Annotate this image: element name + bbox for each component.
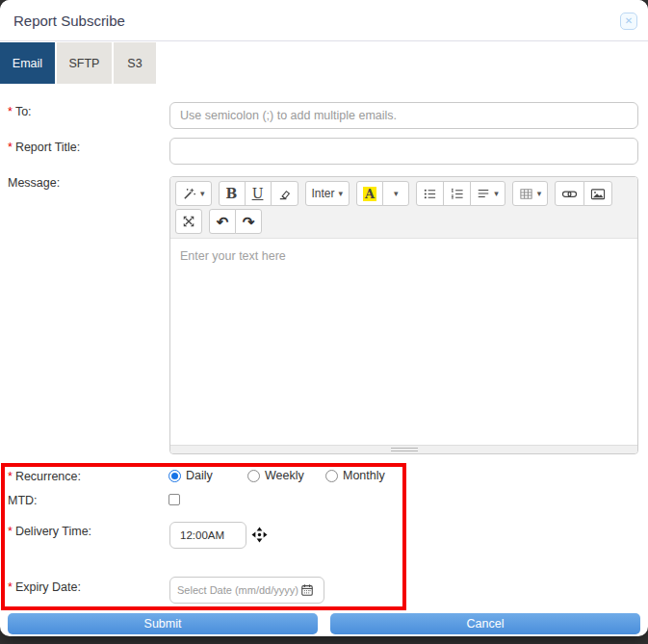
- submit-button[interactable]: Submit: [8, 613, 318, 634]
- link-icon[interactable]: [555, 181, 584, 206]
- radio-daily-label: Daily: [186, 469, 213, 482]
- message-label: Message:: [8, 176, 60, 190]
- font-color-icon[interactable]: A: [356, 181, 383, 206]
- close-icon[interactable]: ✕: [620, 13, 637, 30]
- editor-content[interactable]: Enter your text here: [170, 239, 637, 445]
- mtd-checkbox[interactable]: [168, 494, 180, 505]
- font-family-dropdown[interactable]: Inter ▾: [305, 181, 350, 206]
- eraser-icon[interactable]: [271, 181, 298, 206]
- editor-toolbar: ▾ B U Inter ▾: [170, 177, 637, 239]
- radio-button-icon: [325, 470, 338, 482]
- required-asterisk: *: [8, 525, 13, 538]
- tab-email-label: Email: [13, 57, 42, 70]
- underline-icon[interactable]: U: [245, 181, 272, 206]
- tab-bar: Email SFTP S3: [0, 42, 156, 84]
- modal-title: Report Subscribe: [13, 13, 125, 29]
- calendar-icon: [300, 583, 314, 597]
- rich-text-editor: ▾ B U Inter ▾: [169, 176, 638, 454]
- chevron-down-icon: ▾: [339, 189, 344, 198]
- radio-button-icon: [168, 470, 181, 482]
- unordered-list-icon[interactable]: [416, 181, 444, 206]
- radio-weekly[interactable]: Weekly: [247, 469, 304, 482]
- delivery-time-input[interactable]: [169, 522, 246, 549]
- editor-resize-handle[interactable]: [170, 445, 637, 453]
- chevron-down-icon: ▾: [494, 189, 499, 198]
- report-title-input[interactable]: [169, 138, 638, 165]
- expiry-date-label: *Expiry Date:: [8, 580, 81, 594]
- report-subscribe-modal: Report Subscribe ✕ Email SFTP S3 *To: *R…: [0, 0, 648, 636]
- magic-style-icon[interactable]: ▾: [175, 181, 212, 206]
- redo-icon[interactable]: ↷: [235, 209, 262, 234]
- radio-monthly[interactable]: Monthly: [325, 469, 385, 482]
- undo-icon[interactable]: ↶: [209, 209, 236, 234]
- expiry-date-input[interactable]: Select Date (mm/dd/yyyy): [169, 577, 324, 604]
- report-title-label: *Report Title:: [8, 141, 80, 154]
- required-asterisk: *: [8, 580, 13, 594]
- chevron-down-icon: ▾: [200, 189, 205, 198]
- to-input[interactable]: [169, 102, 638, 129]
- tab-sftp[interactable]: SFTP: [57, 42, 112, 84]
- delivery-time-label: *Delivery Time:: [8, 525, 91, 538]
- font-family-value: Inter: [312, 187, 335, 200]
- chevron-down-icon: ▾: [537, 189, 542, 198]
- radio-button-icon: [247, 470, 260, 482]
- recurrence-label: *Recurrence:: [8, 470, 81, 483]
- cancel-button[interactable]: Cancel: [330, 613, 640, 634]
- tab-email[interactable]: Email: [0, 42, 55, 84]
- picture-icon[interactable]: [583, 181, 612, 206]
- table-icon[interactable]: ▾: [512, 181, 549, 206]
- tab-s3-label: S3: [127, 57, 142, 70]
- ordered-list-icon[interactable]: [443, 181, 471, 206]
- fullscreen-icon[interactable]: [175, 209, 202, 234]
- editor-placeholder: Enter your text here: [180, 249, 286, 263]
- radio-monthly-label: Monthly: [343, 469, 385, 482]
- font-color-dropdown[interactable]: ▾: [382, 181, 409, 206]
- required-asterisk: *: [8, 105, 13, 118]
- paragraph-align-icon[interactable]: ▾: [470, 181, 505, 206]
- chevron-down-icon: ▾: [394, 189, 399, 198]
- required-asterisk: *: [8, 470, 13, 483]
- expiry-date-placeholder: Select Date (mm/dd/yyyy): [177, 584, 298, 596]
- mtd-label: MTD:: [8, 494, 38, 507]
- radio-weekly-label: Weekly: [265, 469, 304, 482]
- bold-icon[interactable]: B: [219, 181, 246, 206]
- required-asterisk: *: [8, 141, 13, 154]
- tab-s3[interactable]: S3: [114, 42, 156, 84]
- tab-sftp-label: SFTP: [69, 57, 100, 70]
- modal-header: Report Subscribe ✕: [0, 0, 648, 41]
- radio-daily[interactable]: Daily: [168, 469, 213, 482]
- time-picker-crosshair-icon[interactable]: [251, 527, 268, 543]
- to-label: *To:: [8, 105, 32, 118]
- drag-handle-icon: [391, 448, 418, 453]
